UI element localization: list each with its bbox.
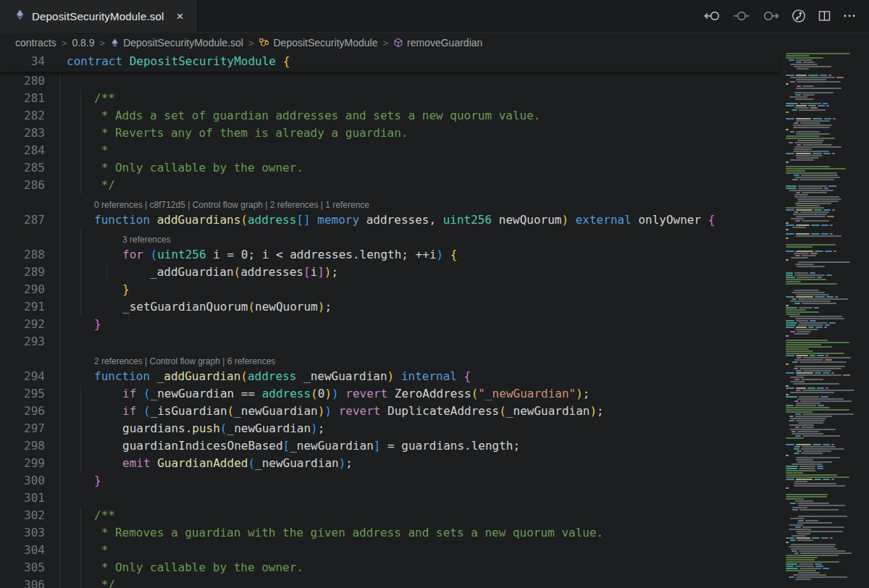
minimap-line [786, 344, 869, 345]
minimap-line [786, 557, 869, 558]
minimap-line [786, 207, 869, 209]
minimap-line [786, 161, 869, 163]
codelens-link[interactable]: 3 references [122, 235, 171, 245]
indent-guide [80, 107, 81, 125]
minimap-line [786, 563, 869, 565]
minimap-line [796, 390, 869, 391]
minimap-line [796, 216, 869, 217]
minimap-line [792, 431, 869, 432]
indent-guide [80, 298, 81, 316]
minimap-line [786, 277, 869, 278]
minimap-line [786, 311, 869, 313]
minimap-line [786, 170, 869, 172]
minimap-line [786, 135, 869, 137]
minimap-line [790, 159, 869, 161]
tab-close-icon[interactable]: × [175, 10, 185, 22]
minimap-line [790, 503, 869, 504]
minimap-line [792, 361, 869, 363]
indent-guide [59, 437, 60, 455]
minimap-line [795, 255, 869, 256]
minimap-line [789, 96, 869, 98]
line-number: 282 [0, 107, 45, 125]
minimap-line [786, 251, 869, 252]
tab-deposit-security-module[interactable]: DepositSecurityModule.sol × [0, 0, 196, 32]
minimap-line [783, 440, 869, 441]
split-editor-icon[interactable] [818, 10, 831, 22]
line-number: 287 [0, 211, 45, 229]
minimap-line [783, 285, 869, 287]
nav-back-circle-icon[interactable] [704, 10, 721, 22]
minimap-line [786, 387, 869, 389]
minimap-line [797, 461, 869, 463]
minimap-line [786, 238, 869, 239]
breadcrumb-item-0-8-9[interactable]: 0.8.9 [72, 37, 94, 49]
sticky-scroll-line[interactable]: 34 contract DepositSecurityModule { [0, 53, 778, 72]
breadcrumb-item-contracts[interactable]: contracts [15, 37, 56, 49]
minimap-line [786, 353, 869, 354]
indent-guide [59, 107, 60, 125]
more-actions-icon[interactable] [843, 10, 856, 22]
minimap-line [786, 168, 869, 169]
minimap-line [783, 248, 869, 250]
code-line-280: 280 [0, 72, 778, 90]
breadcrumb-item-removeguardian[interactable]: removeGuardian [393, 37, 482, 49]
code-text: * [94, 142, 108, 159]
minimap-line [796, 79, 869, 80]
minimap-line [796, 403, 869, 404]
minimap-line [786, 138, 869, 139]
code-line-296: 296if (_isGuardian(_newGuardian)) revert… [0, 403, 778, 420]
line-number: 306 [0, 576, 45, 588]
minimap-line [783, 242, 869, 243]
line-number: 289 [0, 264, 45, 281]
line-number: 280 [0, 72, 45, 90]
minimap-line [797, 398, 869, 400]
line-number: 300 [0, 472, 45, 490]
indent-guide [59, 455, 60, 472]
minimap-line [786, 209, 869, 211]
breadcrumb: contracts>0.8.9>DepositSecurityModule.so… [0, 33, 869, 53]
code-editor[interactable]: 34 contract DepositSecurityModule { 2802… [0, 53, 869, 588]
codelens-link[interactable]: 2 references | Control flow graph | 6 re… [94, 356, 275, 366]
minimap-line [786, 455, 869, 456]
indent-guide [59, 298, 60, 316]
minimap-line [795, 98, 869, 100]
control-flow-graph-icon[interactable] [792, 9, 806, 23]
minimap-line [794, 368, 869, 369]
nav-forward-circle-icon[interactable] [762, 10, 779, 22]
minimap-line [794, 359, 869, 361]
minimap-line [796, 531, 869, 532]
minimap-line [795, 220, 869, 222]
indent-guide [59, 333, 60, 350]
minimap-line [790, 377, 869, 378]
minimap-line [786, 246, 869, 248]
code-text: } [122, 281, 130, 298]
indent-guide [80, 420, 81, 437]
minimap-line [794, 366, 869, 367]
minimap[interactable] [778, 53, 869, 588]
breadcrumb-item-depositsecuritymodule-sol[interactable]: DepositSecurityModule.sol [110, 37, 243, 49]
indent-guide [80, 90, 81, 107]
minimap-line [786, 335, 869, 337]
code-rows: 280281/**282 * Adds a set of guardian ad… [0, 72, 778, 588]
minimap-line [783, 231, 869, 232]
code-text: * Adds a set of guardian addresses and s… [94, 107, 541, 125]
indent-guide [59, 576, 60, 588]
minimap-line [797, 68, 869, 70]
minimap-line [795, 579, 869, 580]
breadcrumb-separator: > [100, 38, 106, 49]
breadcrumb-separator: > [382, 38, 388, 49]
minimap-line [786, 185, 869, 187]
breadcrumb-item-depositsecuritymodule[interactable]: DepositSecurityModule [259, 37, 377, 49]
nav-dash-circle-icon[interactable] [734, 10, 750, 22]
minimap-line [786, 55, 869, 56]
indent-guide [59, 472, 60, 490]
minimap-line [790, 301, 869, 302]
minimap-line [783, 164, 869, 165]
minimap-line [789, 546, 869, 547]
minimap-line [786, 472, 869, 474]
minimap-line [794, 333, 869, 335]
codelens-link[interactable]: 0 references | c8f712d5 | Control flow g… [94, 200, 369, 210]
minimap-line [790, 131, 869, 133]
indent-guide [59, 316, 60, 333]
minimap-line [794, 66, 869, 67]
